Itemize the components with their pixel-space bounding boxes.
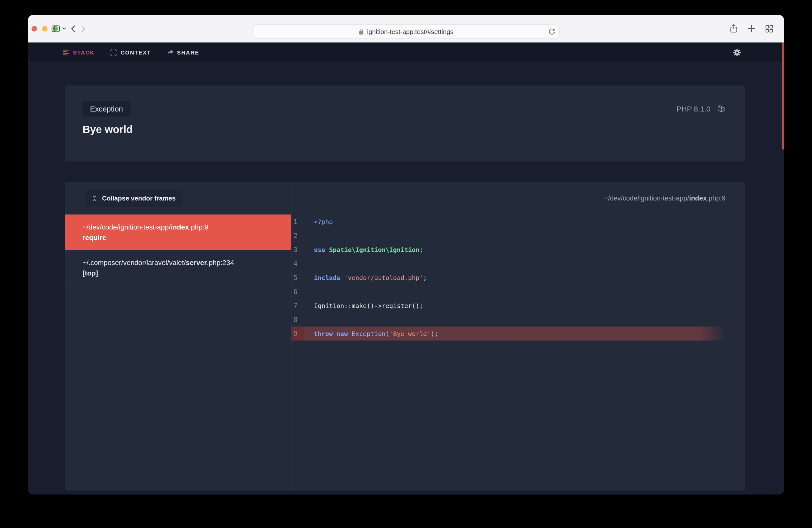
stack-frame-0[interactable]: ~/dev/code/ignition-test-app/index.php:9… xyxy=(65,215,291,250)
line-number: 4 xyxy=(293,260,308,267)
collapse-icon xyxy=(91,194,98,202)
code-line-3: 3use Spatie\Ignition\Ignition; xyxy=(291,243,745,256)
forward-button[interactable] xyxy=(81,25,86,32)
tab-share-label: SHARE xyxy=(177,49,199,55)
frames-pane: Collapse vendor frames ~/dev/code/igniti… xyxy=(65,182,291,490)
collapse-vendor-frames-button[interactable]: Collapse vendor frames xyxy=(85,190,182,207)
collapse-vendor-frames-label: Collapse vendor frames xyxy=(102,194,176,202)
share-arrow-icon xyxy=(166,49,174,55)
tab-stack-label: STACK xyxy=(73,49,95,55)
browser-titlebar: ignition-test-app.test/#settings xyxy=(28,15,784,43)
tab-overview-icon[interactable] xyxy=(766,25,773,32)
source-code: <?php xyxy=(314,218,333,225)
source-code: use Spatie\Ignition\Ignition; xyxy=(314,246,423,253)
line-number: 5 xyxy=(293,274,308,281)
tab-context-label: CONTEXT xyxy=(120,49,151,55)
minimize-window-button[interactable] xyxy=(42,26,47,31)
tab-stack[interactable]: STACK xyxy=(63,49,95,55)
stack-list-icon xyxy=(63,49,70,55)
lock-icon xyxy=(359,29,364,35)
code-line-1: 1<?php xyxy=(291,215,745,229)
exception-card: Exception Bye world PHP 8.1.0 xyxy=(65,86,745,161)
source-code: include 'vendor/autoload.php'; xyxy=(314,274,427,281)
code-viewer: 1<?php23use Spatie\Ignition\Ignition;45i… xyxy=(291,215,745,340)
code-line-9: 9throw new Exception('Bye world'); xyxy=(291,326,745,340)
line-number: 3 xyxy=(293,246,308,253)
url-text: ignition-test-app.test/#settings xyxy=(367,28,453,35)
code-file-path: ~/dev/code/ignition-test-app/index.php:9 xyxy=(604,194,725,202)
line-number: 2 xyxy=(293,232,308,239)
code-line-7: 7Ignition::make()->register(); xyxy=(291,298,745,312)
ignition-navbar: STACK CONTEXT xyxy=(28,43,784,62)
code-line-4: 4 xyxy=(291,256,745,270)
tab-share[interactable]: SHARE xyxy=(166,49,199,55)
laravel-icon xyxy=(717,104,725,113)
frame-method: require xyxy=(83,232,286,243)
exception-message: Bye world xyxy=(83,123,725,135)
line-number: 7 xyxy=(293,302,308,309)
sidebar-toggle-icon[interactable] xyxy=(52,25,60,32)
address-bar[interactable]: ignition-test-app.test/#settings xyxy=(252,25,560,39)
code-pane: ~/dev/code/ignition-test-app/index.php:9… xyxy=(291,182,745,490)
refresh-icon[interactable] xyxy=(549,28,555,35)
browser-window: ignition-test-app.test/#settings xyxy=(28,15,784,495)
stack-panel: Collapse vendor frames ~/dev/code/igniti… xyxy=(65,182,745,490)
frames-list: ~/dev/code/ignition-test-app/index.php:9… xyxy=(65,215,291,287)
context-brackets-icon xyxy=(110,49,117,56)
tab-context[interactable]: CONTEXT xyxy=(110,49,151,56)
sidebar-chevron-down-icon[interactable] xyxy=(62,27,67,30)
frame-method: [top] xyxy=(83,268,286,278)
frame-path: ~/dev/code/ignition-test-app/index.php:9 xyxy=(83,222,286,232)
source-code: throw new Exception('Bye world'); xyxy=(314,330,438,337)
code-line-2: 2 xyxy=(291,229,745,243)
frame-path: ~/.composer/vendor/laravel/valet/server.… xyxy=(83,258,286,268)
screen: ignition-test-app.test/#settings xyxy=(0,0,812,528)
stack-frame-1[interactable]: ~/.composer/vendor/laravel/valet/server.… xyxy=(65,250,291,287)
code-line-5: 5include 'vendor/autoload.php'; xyxy=(291,270,745,284)
new-tab-plus-icon[interactable] xyxy=(748,25,755,32)
line-number: 8 xyxy=(293,316,308,323)
share-export-icon[interactable] xyxy=(730,24,738,33)
code-line-6: 6 xyxy=(291,284,745,298)
code-line-8: 8 xyxy=(291,312,745,326)
scroll-indicator[interactable] xyxy=(782,43,784,149)
line-number: 9 xyxy=(293,330,308,337)
exception-class-badge: Exception xyxy=(83,101,130,117)
back-button[interactable] xyxy=(71,25,75,32)
line-number: 1 xyxy=(293,218,308,225)
source-code: Ignition::make()->register(); xyxy=(314,302,423,309)
php-version: PHP 8.1.0 xyxy=(677,104,710,113)
settings-gear-icon[interactable] xyxy=(733,48,741,56)
line-number: 6 xyxy=(293,288,308,295)
main-content: Exception Bye world PHP 8.1.0 xyxy=(28,62,784,490)
close-window-button[interactable] xyxy=(31,26,37,31)
